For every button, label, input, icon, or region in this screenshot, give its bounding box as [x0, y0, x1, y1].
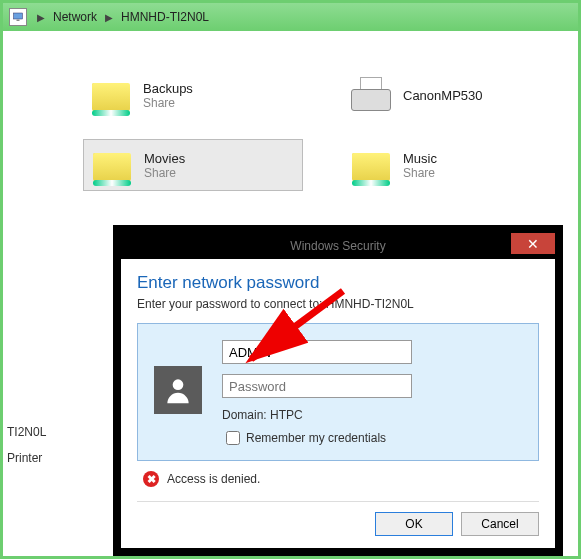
credentials-dialog: Windows Security ✕ Enter network passwor… — [113, 225, 563, 556]
error-text: Access is denied. — [167, 472, 260, 486]
breadcrumb-host[interactable]: HMNHD-TI2N0L — [117, 8, 213, 26]
password-field[interactable] — [222, 374, 412, 398]
ok-button[interactable]: OK — [375, 512, 453, 536]
user-avatar-icon — [154, 366, 202, 414]
sidebar-printer[interactable]: Printer — [3, 445, 50, 471]
share-name: CanonMP530 — [403, 88, 483, 103]
error-row: ✖ Access is denied. — [143, 471, 539, 487]
share-name: Music — [403, 151, 437, 166]
share-printer[interactable]: CanonMP530 — [343, 69, 563, 121]
share-music[interactable]: MusicShare — [343, 139, 563, 191]
domain-label: Domain: HTPC — [222, 408, 522, 422]
share-name: Movies — [144, 151, 185, 166]
share-type: Share — [403, 166, 437, 180]
remember-checkbox[interactable] — [226, 431, 240, 445]
chevron-right-icon: ▶ — [37, 12, 45, 23]
folder-shared-icon — [90, 145, 134, 185]
share-type: Share — [144, 166, 185, 180]
svg-rect-1 — [17, 20, 20, 22]
folder-shared-icon — [89, 75, 133, 115]
close-button[interactable]: ✕ — [511, 233, 555, 254]
share-movies[interactable]: MoviesShare — [83, 139, 303, 191]
username-field[interactable] — [222, 340, 412, 364]
network-icon — [9, 8, 27, 26]
breadcrumb[interactable]: ▶ Network ▶ HMNHD-TI2N0L — [3, 3, 578, 31]
svg-point-2 — [173, 379, 184, 390]
share-name: Backups — [143, 81, 193, 96]
sidebar-fragment: TI2N0L Printer — [3, 419, 50, 471]
shares-grid: BackupsShare CanonMP530 MoviesShare Musi… — [83, 69, 563, 191]
dialog-subtext: Enter your password to connect to: HMNHD… — [137, 297, 539, 311]
printer-icon — [349, 75, 393, 115]
remember-credentials[interactable]: Remember my credentials — [222, 428, 522, 448]
dialog-titlebar[interactable]: Windows Security ✕ — [121, 233, 555, 259]
credentials-box: Domain: HTPC Remember my credentials — [137, 323, 539, 461]
svg-rect-0 — [14, 13, 23, 19]
close-icon: ✕ — [527, 236, 539, 252]
sidebar-host[interactable]: TI2N0L — [3, 419, 50, 445]
error-icon: ✖ — [143, 471, 159, 487]
dialog-heading: Enter network password — [137, 273, 539, 293]
breadcrumb-network[interactable]: Network — [49, 8, 101, 26]
dialog-title: Windows Security — [290, 239, 385, 253]
cancel-button[interactable]: Cancel — [461, 512, 539, 536]
chevron-right-icon: ▶ — [105, 12, 113, 23]
folder-shared-icon — [349, 145, 393, 185]
remember-label: Remember my credentials — [246, 431, 386, 445]
share-type: Share — [143, 96, 193, 110]
share-backups[interactable]: BackupsShare — [83, 69, 303, 121]
